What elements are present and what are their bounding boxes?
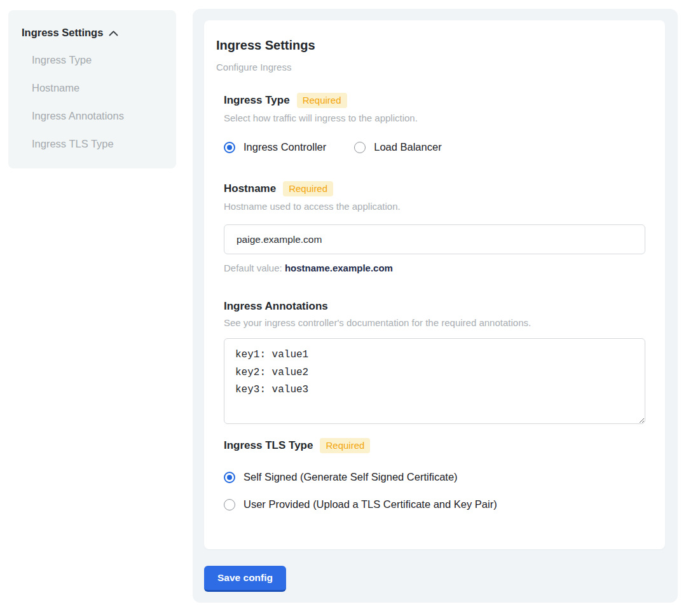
radio-label: Ingress Controller bbox=[244, 141, 326, 153]
sidebar-header-ingress-settings[interactable]: Ingress Settings bbox=[22, 26, 165, 39]
ingress-type-radio-group: Ingress Controller Load Balancer bbox=[224, 141, 645, 153]
sidebar-item-ingress-tls-type[interactable]: Ingress TLS Type bbox=[32, 138, 165, 150]
hostname-description: Hostname used to access the application. bbox=[224, 201, 645, 212]
save-config-button[interactable]: Save config bbox=[204, 566, 286, 592]
radio-selected-icon bbox=[224, 472, 235, 483]
page-subtitle: Configure Ingress bbox=[216, 62, 645, 72]
sidebar-item-list: Ingress Type Hostname Ingress Annotation… bbox=[22, 54, 165, 150]
required-badge: Required bbox=[297, 93, 347, 108]
radio-load-balancer[interactable]: Load Balancer bbox=[354, 141, 441, 153]
tls-type-radio-group: Self Signed (Generate Self Signed Certif… bbox=[224, 471, 645, 510]
required-badge: Required bbox=[283, 181, 333, 196]
hostname-input[interactable] bbox=[224, 224, 645, 254]
sidebar-item-ingress-annotations[interactable]: Ingress Annotations bbox=[32, 110, 165, 122]
sidebar-item-ingress-type[interactable]: Ingress Type bbox=[32, 54, 165, 66]
section-ingress-annotations: Ingress Annotations See your ingress con… bbox=[224, 300, 645, 424]
sidebar-item-hostname[interactable]: Hostname bbox=[32, 82, 165, 94]
ingress-type-description: Select how traffic will ingress to the a… bbox=[224, 113, 645, 123]
section-hostname: Hostname Required Hostname used to acces… bbox=[224, 181, 645, 273]
radio-user-provided[interactable]: User Provided (Upload a TLS Certificate … bbox=[224, 498, 645, 510]
section-ingress-tls-type: Ingress TLS Type Required Self Signed (G… bbox=[224, 438, 645, 510]
main-panel: Ingress Settings Configure Ingress Ingre… bbox=[193, 9, 678, 603]
ingress-annotations-description: See your ingress controller's documentat… bbox=[224, 317, 645, 328]
hostname-default-line: Default value: hostname.example.com bbox=[224, 263, 645, 273]
radio-selected-icon bbox=[224, 142, 235, 153]
default-value-text: hostname.example.com bbox=[285, 263, 393, 273]
hostname-label: Hostname bbox=[224, 182, 276, 195]
radio-unselected-icon bbox=[354, 142, 366, 153]
chevron-up-icon bbox=[109, 27, 118, 39]
radio-label: Self Signed (Generate Self Signed Certif… bbox=[244, 471, 458, 483]
form-sections: Ingress Type Required Select how traffic… bbox=[224, 93, 645, 510]
radio-label: User Provided (Upload a TLS Certificate … bbox=[244, 498, 497, 510]
section-ingress-type: Ingress Type Required Select how traffic… bbox=[224, 93, 645, 153]
sidebar-header-label: Ingress Settings bbox=[22, 27, 103, 39]
radio-label: Load Balancer bbox=[374, 141, 441, 153]
radio-unselected-icon bbox=[224, 499, 235, 510]
sidebar: Ingress Settings Ingress Type Hostname I… bbox=[8, 10, 176, 168]
required-badge: Required bbox=[320, 438, 370, 453]
ingress-type-label: Ingress Type bbox=[224, 94, 290, 107]
radio-ingress-controller[interactable]: Ingress Controller bbox=[224, 141, 326, 153]
ingress-annotations-label: Ingress Annotations bbox=[224, 300, 328, 313]
default-value-prefix: Default value: bbox=[224, 263, 285, 273]
ingress-tls-type-label: Ingress TLS Type bbox=[224, 439, 313, 452]
radio-self-signed[interactable]: Self Signed (Generate Self Signed Certif… bbox=[224, 471, 645, 483]
ingress-annotations-textarea[interactable]: key1: value1 key2: value2 key3: value3 bbox=[224, 338, 645, 424]
ingress-settings-card: Ingress Settings Configure Ingress Ingre… bbox=[204, 20, 665, 549]
page-title: Ingress Settings bbox=[216, 38, 645, 53]
